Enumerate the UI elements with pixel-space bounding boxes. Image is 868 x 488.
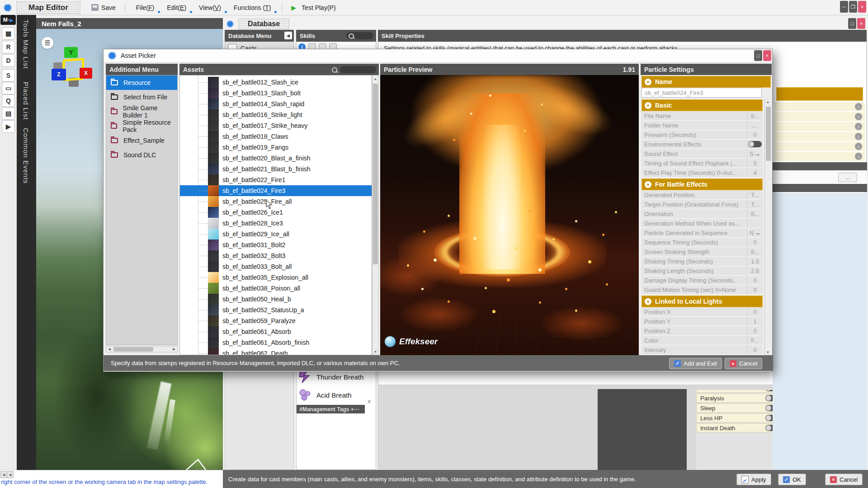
- side-row[interactable]: ↕: [774, 122, 865, 131]
- assets-vscrollbar[interactable]: ▲ ▼: [372, 75, 379, 355]
- asset-row[interactable]: sb_ef_battle061_Absorb: [180, 326, 372, 337]
- management-tags-bar[interactable]: #Management Tags +···: [297, 405, 365, 413]
- setting-row[interactable]: ColorF...: [642, 336, 763, 345]
- menubar-item[interactable]: File(F): [131, 2, 160, 14]
- side-row[interactable]: ↕: [774, 151, 865, 161]
- side-row[interactable]: ↕: [774, 141, 865, 151]
- setting-row[interactable]: Screen Shaking StrengthS...: [642, 247, 763, 257]
- save-button[interactable]: Save: [87, 2, 120, 13]
- setting-row[interactable]: Sequence Timing (Seconds)0: [642, 238, 763, 247]
- scroll-left-button[interactable]: ◀: [7, 471, 14, 478]
- asset-row[interactable]: sb_ef_battle050_Heal_b: [180, 294, 372, 305]
- collapse-left-button[interactable]: ◀: [284, 32, 292, 39]
- asset-row[interactable]: sb_ef_battle018_Claws: [180, 131, 372, 142]
- setting-row[interactable]: Timing of Sound Effect Playback (...0: [642, 159, 763, 168]
- menu-item-smile-game-builder-1[interactable]: Smile Game Builder 1: [106, 104, 177, 119]
- stamp-edit-icon[interactable]: ▦: [2, 27, 15, 40]
- setting-row[interactable]: Shaking Length (Seconds)2.8: [642, 266, 763, 276]
- axis-gizmo[interactable]: Y Z X: [51, 44, 100, 94]
- close-button[interactable]: ×: [858, 1, 866, 13]
- state-toggle-row-sleep[interactable]: Sleep: [696, 404, 785, 413]
- database-close-button[interactable]: ×: [857, 18, 865, 29]
- particle-preview-viewport[interactable]: Effekseer: [380, 75, 639, 355]
- skill-item-thunder-breath[interactable]: Thunder Breath: [298, 370, 363, 384]
- asset-picker-titlebar[interactable]: Asset Picker □ ×: [104, 49, 772, 62]
- asset-row[interactable]: sb_ef_battle062_Death: [180, 348, 372, 355]
- asset-row[interactable]: sb_ef_battle019_Fangs: [180, 142, 372, 153]
- setting-row[interactable]: Guard Motion Timing (sec) 0=None0: [642, 285, 763, 295]
- menubar-item[interactable]: View(V): [193, 2, 226, 14]
- menubar-item[interactable]: Functions (T): [228, 2, 276, 14]
- monitor-icon[interactable]: ▭: [2, 82, 15, 94]
- event-run-icon[interactable]: ▶: [2, 120, 15, 133]
- asset-row[interactable]: sb_ef_battle021_Blast_b_finish: [180, 164, 372, 174]
- setting-row[interactable]: Intensity0: [642, 345, 763, 355]
- asset-row[interactable]: sb_ef_battle035_Explosion_all: [180, 272, 372, 283]
- database-maximize-button[interactable]: □: [848, 18, 856, 29]
- setting-row[interactable]: OrientationS...: [642, 209, 763, 219]
- sort-updown-icon[interactable]: ↕: [855, 133, 862, 140]
- asset-row[interactable]: sb_ef_battle052_StatusUp_a: [180, 305, 372, 315]
- setting-row[interactable]: Folder Name....: [642, 121, 763, 130]
- map-status-link[interactable]: right corner of the screen or the workin…: [1, 479, 208, 485]
- menu-item-select-from-file[interactable]: Select from File: [106, 90, 177, 104]
- more-options-button[interactable]: ...: [838, 173, 857, 182]
- skills-search-input[interactable]: [346, 32, 373, 39]
- setting-row[interactable]: Position Z0: [642, 326, 763, 336]
- sort-updown-icon[interactable]: ↕: [855, 153, 862, 160]
- scroll-down-icon[interactable]: ∨: [367, 398, 371, 404]
- apply-button[interactable]: Apply: [736, 474, 771, 485]
- asset-row[interactable]: sb_ef_battle059_Paralyze: [180, 315, 372, 326]
- setting-row[interactable]: Target Position (Gravitational Force)T..…: [642, 200, 763, 209]
- setting-row[interactable]: Particle Generated in SequenceN→: [642, 228, 763, 238]
- setting-row[interactable]: Environmental Effects: [642, 140, 763, 149]
- name-input[interactable]: sb_ef_battle024_Fire3: [642, 88, 762, 98]
- skill-item-acid-breath[interactable]: Acid Breath: [298, 388, 352, 402]
- asset-row[interactable]: sb_ef_battle029_Ice_all: [180, 229, 372, 239]
- cancel-button[interactable]: × Cancel: [825, 474, 863, 485]
- side-row[interactable]: ↕: [774, 112, 865, 121]
- asset-row[interactable]: sb_ef_battle026_Ice1: [180, 207, 372, 218]
- resource-icon[interactable]: R: [2, 41, 15, 53]
- section-bar-linked-to-local-lights[interactable]: ▾Linked to Local Lights: [642, 296, 763, 307]
- setting-row[interactable]: Damage Display Timing (Seconds...0: [642, 276, 763, 285]
- setting-row[interactable]: File NameS...: [642, 111, 763, 121]
- side-row[interactable]: ↕: [774, 131, 865, 141]
- ok-button[interactable]: ✓ OK: [778, 474, 806, 485]
- scroll-left-button[interactable]: ◀: [0, 471, 7, 478]
- asset-row[interactable]: sb_ef_battle061_Absorb_finish: [180, 337, 372, 348]
- dialog-close-button[interactable]: ×: [763, 50, 771, 61]
- asset-row[interactable]: sb_ef_battle038_Poison_all: [180, 283, 372, 294]
- setting-row[interactable]: Generation Method When Used as...: [642, 219, 763, 228]
- dialog-cancel-button[interactable]: × Cancel: [725, 358, 762, 369]
- coin-icon[interactable]: S: [2, 69, 15, 82]
- toggle-switch[interactable]: [748, 141, 762, 147]
- asset-row[interactable]: sb_ef_battle031_Bolt2: [180, 239, 372, 250]
- asset-row[interactable]: sb_ef_battle013_Slash_bolt: [180, 88, 372, 99]
- state-toggle-row-paralysis[interactable]: Paralysis: [696, 394, 785, 403]
- scroll-down-icon[interactable]: ▼: [373, 348, 378, 355]
- scroll-up-icon[interactable]: ▲: [373, 75, 378, 82]
- asset-row[interactable]: sb_ef_battle022_Fire1: [180, 174, 372, 185]
- setting-row[interactable]: Shaking Timing (Seconds)1.5: [642, 257, 763, 266]
- menu-item-effect_sample[interactable]: Effect_Sample: [106, 133, 177, 148]
- side-row[interactable]: ↕: [774, 102, 865, 111]
- asset-row[interactable]: sb_ef_battle025_Fire_all: [180, 196, 372, 207]
- sort-updown-icon[interactable]: ↕: [855, 113, 862, 120]
- grid-icon[interactable]: ▤: [2, 107, 15, 120]
- scroll-right-icon[interactable]: ▶: [171, 347, 177, 352]
- medal-icon[interactable]: Q: [2, 94, 15, 107]
- setting-row[interactable]: Position X0: [642, 307, 763, 317]
- scrollbar-thumb[interactable]: [373, 84, 378, 264]
- minimize-button[interactable]: ─: [840, 1, 848, 13]
- restore-button[interactable]: ❐: [849, 1, 857, 13]
- setting-row[interactable]: Prewarm (Seconds)0: [642, 130, 763, 140]
- menubar-item[interactable]: Edit(E): [161, 2, 192, 14]
- setting-row[interactable]: Generated PositionT...: [642, 190, 763, 200]
- sort-updown-icon[interactable]: ↕: [855, 123, 862, 130]
- scrollbar-thumb[interactable]: [766, 107, 771, 161]
- name-section-bar[interactable]: ▾ Name: [642, 76, 771, 88]
- scroll-up-icon[interactable]: ▲: [765, 99, 771, 105]
- setting-row[interactable]: Effect Play Time (Seconds) 0=Aut...4: [642, 168, 763, 178]
- section-bar-for-battle-effects[interactable]: ▾For Battle Effects: [642, 178, 763, 190]
